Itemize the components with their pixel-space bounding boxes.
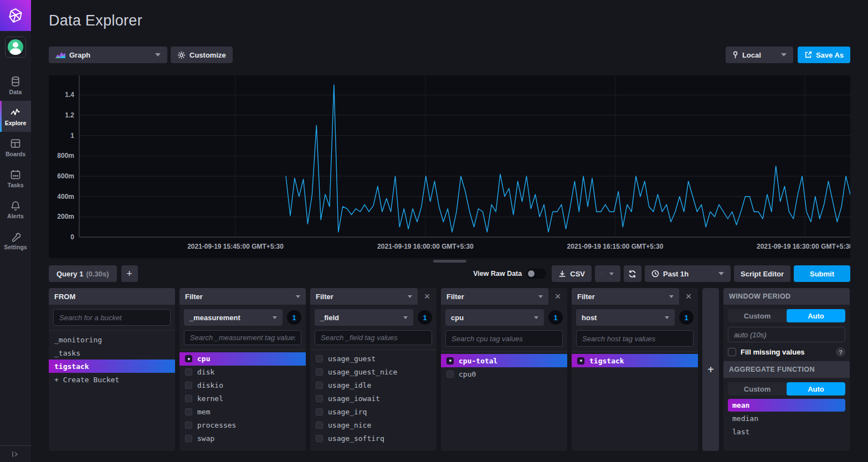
tag-value-item-cpu[interactable]: cpu	[179, 352, 306, 366]
filter-panel-header[interactable]: Filter	[572, 288, 679, 305]
window-period-input[interactable]	[728, 327, 845, 342]
user-avatar[interactable]	[5, 37, 26, 58]
checkbox-icon[interactable]	[316, 422, 323, 429]
view-type-dropdown[interactable]: Graph	[49, 47, 167, 63]
tag-value-item-kernel[interactable]: kernel	[179, 392, 306, 405]
tag-value-item-usage_irq[interactable]: usage_irq	[310, 405, 436, 419]
tag-value-item-cpu0[interactable]: cpu0	[441, 367, 567, 381]
add-filter-card-button[interactable]: +	[702, 288, 719, 451]
sidebar-item-settings[interactable]: Settings	[0, 225, 31, 256]
tag-value-item-usage_nice[interactable]: usage_nice	[310, 419, 436, 432]
tag-value-search-input[interactable]	[445, 330, 563, 347]
svg-text:2021-09-19 16:30:00 GMT+5:30: 2021-09-19 16:30:00 GMT+5:30	[757, 243, 850, 250]
remove-filter-button[interactable]: ×	[418, 288, 436, 305]
tag-value-item-mem[interactable]: mem	[179, 405, 306, 419]
sidebar-item-tasks[interactable]: Tasks	[0, 163, 31, 194]
aggregate-function-median[interactable]: median	[728, 412, 845, 425]
checkbox-icon[interactable]	[316, 382, 323, 389]
checkbox-icon[interactable]	[185, 422, 192, 429]
tag-value-search-input[interactable]	[315, 330, 432, 345]
create-bucket-button[interactable]: + Create Bucket	[49, 373, 175, 386]
tag-value-item-disk[interactable]: disk	[179, 366, 306, 379]
tag-value-search-input[interactable]	[576, 330, 694, 347]
sidebar-expand-button[interactable]	[0, 445, 31, 462]
tag-value-item-usage_steal[interactable]: usage_steal	[310, 445, 436, 446]
bucket-item-_monitoring[interactable]: _monitoring	[49, 333, 175, 346]
window-custom-option[interactable]: Custom	[728, 309, 787, 322]
chevron-down-icon	[296, 295, 300, 298]
bucket-item-_tasks[interactable]: _tasks	[49, 346, 175, 360]
time-range-dropdown[interactable]: Past 1h	[645, 265, 731, 282]
checkbox-icon[interactable]	[185, 355, 192, 362]
aggregate-custom-option[interactable]: Custom	[728, 382, 787, 396]
tag-value-label: usage_guest_nice	[328, 368, 397, 376]
filter-panel-header[interactable]: Filter	[310, 288, 418, 305]
checkbox-icon[interactable]	[316, 395, 323, 402]
add-query-button[interactable]: +	[121, 265, 138, 282]
tag-key-dropdown-_field[interactable]: _field	[315, 309, 413, 326]
sidebar-item-data[interactable]: Data	[0, 70, 31, 101]
checkbox-icon[interactable]	[577, 357, 584, 365]
aggregate-function-mean[interactable]: mean	[728, 399, 845, 412]
checkbox-icon[interactable]	[185, 395, 192, 402]
checkbox-icon[interactable]	[316, 368, 323, 376]
window-auto-option[interactable]: Auto	[787, 309, 845, 322]
script-editor-button[interactable]: Script Editor	[734, 265, 790, 282]
tag-value-item-system[interactable]: system	[179, 445, 306, 446]
tag-value-search-input[interactable]	[184, 330, 301, 345]
csv-download-button[interactable]: CSV	[552, 265, 592, 282]
aggregate-mode-toggle[interactable]: Custom Auto	[728, 382, 845, 396]
timezone-dropdown[interactable]: Local	[726, 47, 793, 63]
tag-value-label: cpu-total	[459, 357, 497, 365]
checkbox-icon[interactable]	[185, 408, 192, 415]
window-period-mode-toggle[interactable]: Custom Auto	[728, 309, 845, 322]
aggregate-auto-option[interactable]: Auto	[787, 382, 845, 396]
submit-button[interactable]: Submit	[794, 265, 850, 282]
view-raw-data-toggle[interactable]	[526, 269, 546, 279]
tag-value-item-diskio[interactable]: diskio	[179, 379, 306, 392]
aggregate-function-last[interactable]: last	[728, 425, 845, 438]
tag-value-label: disk	[197, 368, 214, 376]
chevron-down-icon	[273, 316, 277, 319]
sidebar-item-explore[interactable]: Explore	[0, 101, 31, 132]
remove-filter-button[interactable]: ×	[548, 288, 567, 305]
sidebar-item-boards[interactable]: Boards	[0, 132, 31, 163]
checkbox-icon[interactable]	[185, 368, 192, 376]
help-icon[interactable]: ?	[836, 347, 845, 357]
sidebar-item-alerts[interactable]: Alerts	[0, 194, 31, 225]
bucket-search-input[interactable]	[53, 309, 171, 326]
checkbox-icon[interactable]	[316, 355, 323, 362]
checkbox-icon[interactable]	[185, 382, 192, 389]
checkbox-icon[interactable]	[185, 435, 192, 442]
remove-filter-button[interactable]: ×	[679, 288, 698, 305]
resize-handle[interactable]	[433, 260, 466, 263]
fill-missing-checkbox[interactable]	[728, 348, 736, 356]
influxdb-logo[interactable]	[0, 0, 31, 31]
tag-value-item-usage_guest[interactable]: usage_guest	[310, 352, 436, 366]
checkbox-icon[interactable]	[316, 408, 323, 415]
bucket-item-tigstack[interactable]: tigstack	[49, 360, 175, 373]
checkbox-icon[interactable]	[446, 357, 454, 365]
refresh-button[interactable]	[624, 265, 641, 282]
customize-button[interactable]: Customize	[171, 47, 233, 63]
tag-key-dropdown-host[interactable]: host	[576, 309, 675, 326]
tag-key-dropdown-cpu[interactable]: cpu	[445, 309, 544, 326]
time-series-chart[interactable]: 2021-09-19 15:45:00 GMT+5:302021-09-19 1…	[49, 75, 850, 258]
tag-value-item-swap[interactable]: swap	[179, 432, 306, 445]
tag-value-item-usage_iowait[interactable]: usage_iowait	[310, 392, 436, 405]
tag-value-item-usage_idle[interactable]: usage_idle	[310, 379, 436, 392]
pause-refresh-button[interactable]	[595, 265, 620, 282]
database-icon	[10, 76, 21, 87]
save-as-button[interactable]: Save As	[798, 47, 850, 63]
tag-value-item-cpu-total[interactable]: cpu-total	[441, 354, 567, 367]
query-tab[interactable]: Query 1 (0.30s)	[49, 265, 117, 282]
tag-value-item-processes[interactable]: processes	[179, 419, 306, 432]
tag-value-item-usage_softirq[interactable]: usage_softirq	[310, 432, 436, 445]
filter-panel-header[interactable]: Filter	[179, 288, 306, 305]
tag-key-dropdown-_measurement[interactable]: _measurement	[184, 309, 283, 326]
filter-panel-header[interactable]: Filter	[441, 288, 548, 305]
tag-value-item-usage_guest_nice[interactable]: usage_guest_nice	[310, 366, 436, 379]
checkbox-icon[interactable]	[446, 371, 454, 378]
checkbox-icon[interactable]	[316, 435, 323, 442]
tag-value-item-tigstack[interactable]: tigstack	[572, 354, 698, 367]
